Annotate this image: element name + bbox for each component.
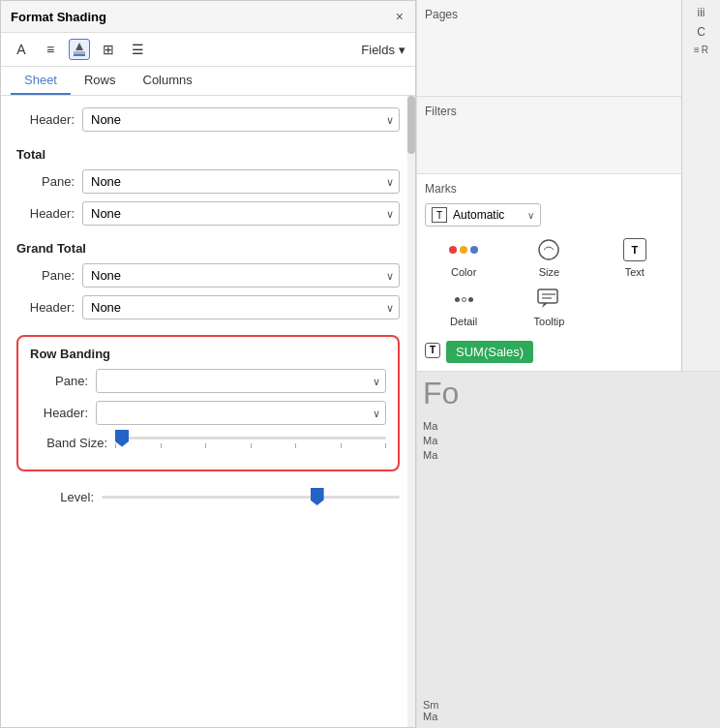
svg-point-2 [539, 240, 558, 259]
row-banding-header-label: Header: [30, 406, 88, 420]
tooltip-label: Tooltip [534, 316, 565, 327]
right-top-area: Pages Filters Marks T Automatic ∨ [417, 0, 720, 372]
dot-red [449, 246, 457, 254]
band-size-label: Band Size: [30, 436, 107, 450]
bottom-label-sm: Sm [423, 699, 714, 711]
total-pane-select[interactable]: None [82, 169, 400, 194]
marks-type-label: Automatic [453, 208, 527, 222]
grand-total-header-label: Header: [16, 300, 75, 315]
panel-header: Format Shading × [1, 1, 415, 33]
level-slider-track [102, 496, 400, 499]
total-header-label: Header: [16, 206, 75, 221]
scrollbar-thumb[interactable] [407, 96, 415, 154]
table-icon[interactable]: ⊞ [98, 39, 119, 60]
text-label: Text [625, 266, 645, 278]
sidebar-c: C [697, 25, 705, 39]
sum-sales-label: SUM(Sales) [456, 345, 524, 359]
total-header-select[interactable]: None [82, 201, 400, 226]
sum-sales-row: T SUM(Sales) [425, 337, 674, 363]
canvas-fo-text: Fo [423, 378, 459, 409]
total-section: Total Pane: None ∨ Header: None ∨ [16, 147, 400, 226]
grand-total-header-row: Header: None ∨ [16, 295, 400, 319]
color-mark[interactable]: Color [425, 236, 502, 278]
marks-type-arrow: ∨ [527, 210, 534, 221]
size-label: Size [539, 266, 559, 278]
text-icon: T [621, 236, 648, 263]
tick-5 [295, 443, 296, 448]
size-mark[interactable]: Size [510, 236, 587, 278]
tab-columns[interactable]: Columns [130, 67, 206, 95]
dot-orange [460, 246, 467, 254]
grand-total-pane-select[interactable]: None [82, 263, 400, 288]
tick-7 [385, 443, 386, 448]
header-field-row: Header: None ∨ [16, 107, 400, 132]
dot-blue [470, 246, 478, 254]
shading-icon[interactable] [69, 39, 90, 60]
font-icon[interactable]: A [11, 39, 32, 60]
row-banding-header-select-wrapper: ∨ [96, 401, 386, 425]
tab-rows[interactable]: Rows [71, 67, 130, 95]
row-banding-pane-row: Pane: ∨ [30, 369, 386, 393]
total-pane-row: Pane: None ∨ [16, 169, 400, 194]
bottom-label-ma: Ma [423, 711, 714, 722]
text-mark[interactable]: T Text [596, 236, 674, 278]
level-slider-thumb[interactable] [311, 488, 324, 505]
tick-6 [341, 443, 342, 448]
row-banding-pane-label: Pane: [30, 374, 88, 388]
level-label: Level: [16, 490, 94, 504]
row-banding-pane-select-wrapper: ∨ [96, 369, 386, 393]
tooltip-icon [535, 286, 562, 313]
band-size-slider-track-wrapper [115, 437, 386, 448]
close-button[interactable]: × [394, 9, 405, 24]
grand-total-pane-row: Pane: None ∨ [16, 263, 400, 288]
right-sidebar: iii C ≡ R [681, 0, 720, 371]
pages-filters-stack: Pages Filters Marks T Automatic ∨ [417, 0, 681, 371]
detail-mark[interactable]: Detail [425, 286, 502, 327]
marks-title: Marks [425, 182, 674, 196]
tick-3 [205, 443, 206, 448]
level-row: Level: [16, 487, 400, 506]
pages-section: Pages [417, 0, 681, 97]
sidebar-r: ≡ R [694, 45, 708, 55]
grand-total-header-select-wrapper: None ∨ [82, 295, 400, 319]
sum-sales-pill[interactable]: SUM(Sales) [446, 341, 533, 363]
detail-label: Detail [450, 316, 477, 327]
row-banding-title: Row Banding [30, 347, 386, 361]
total-pane-select-wrapper: None ∨ [82, 169, 400, 194]
filters-section: Filters [417, 97, 681, 174]
sum-sales-t-icon: T [425, 343, 440, 358]
color-icon [450, 236, 477, 263]
marks-type-select[interactable]: T Automatic ∨ [425, 203, 541, 227]
canvas-main: Fo Ma Ma Ma Sm Ma [417, 372, 720, 728]
right-panel: Pages Filters Marks T Automatic ∨ [416, 0, 720, 728]
grand-total-title: Grand Total [16, 241, 400, 256]
tick-2 [161, 443, 162, 448]
filters-title: Filters [425, 105, 674, 118]
data-labels: Ma Ma Ma [417, 414, 720, 467]
svg-rect-3 [538, 289, 557, 303]
band-size-slider-track [115, 437, 386, 440]
tab-sheet[interactable]: Sheet [11, 67, 71, 95]
svg-rect-0 [74, 51, 85, 54]
level-slider-container [102, 487, 400, 506]
data-label-3: Ma [423, 449, 714, 461]
canvas-area: Fo Ma Ma Ma Sm Ma [417, 372, 720, 728]
row-banding-pane-select[interactable] [96, 369, 386, 393]
format-shading-panel: Format Shading × A ≡ ⊞ ☰ Fields ▾ Sheet … [0, 0, 416, 728]
align-icon[interactable]: ≡ [40, 39, 61, 60]
total-header-select-wrapper: None ∨ [82, 201, 400, 226]
level-slider-track-wrapper [102, 496, 400, 499]
tick-1 [115, 443, 116, 448]
lines-icon[interactable]: ☰ [127, 39, 148, 60]
tooltip-mark[interactable]: Tooltip [510, 286, 587, 327]
data-label-2: Ma [423, 435, 714, 446]
sidebar-iii: iii [698, 6, 705, 19]
scrollbar-track[interactable] [407, 96, 415, 727]
fields-dropdown[interactable]: Fields ▾ [361, 43, 405, 57]
band-size-row: Band Size: [30, 433, 386, 452]
header-label: Header: [16, 112, 75, 127]
toolbar: A ≡ ⊞ ☰ Fields ▾ [1, 33, 415, 67]
grand-total-header-select[interactable]: None [82, 295, 400, 319]
header-select[interactable]: None [82, 107, 400, 132]
row-banding-header-select[interactable] [96, 401, 386, 425]
